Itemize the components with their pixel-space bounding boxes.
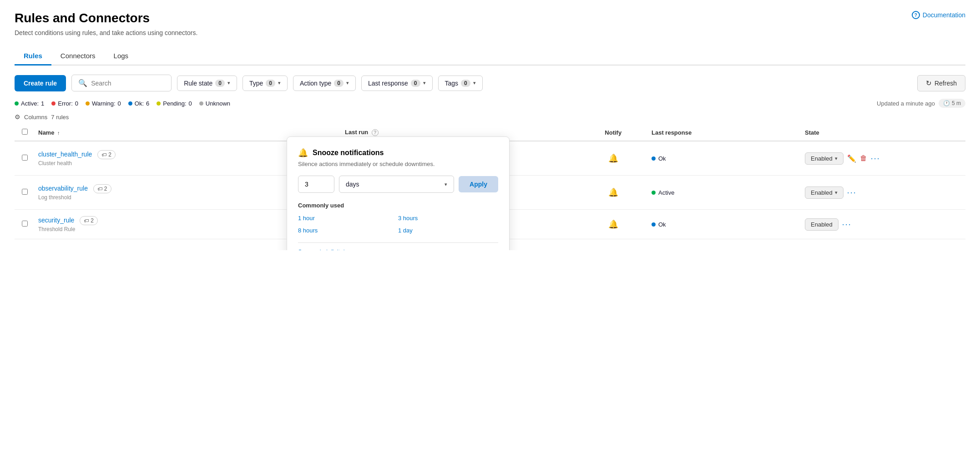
- tab-rules[interactable]: Rules: [15, 47, 51, 66]
- more-actions-icon[interactable]: ···: [847, 188, 857, 197]
- state-col-3: Enabled ···: [805, 218, 958, 231]
- last-response-col-1: Ok: [652, 155, 805, 162]
- status-pending: Pending: 0: [157, 100, 192, 107]
- refresh-button[interactable]: ↻ Refresh: [917, 75, 965, 91]
- filter-action-type[interactable]: Action type 0 ▾: [293, 76, 356, 91]
- refresh-icon: ↻: [926, 79, 932, 87]
- tag-icon: 🏷: [97, 186, 102, 192]
- notify-col-3: 🔔: [575, 219, 652, 229]
- dot-ok-icon: [652, 222, 656, 227]
- snooze-bell-icon: 🔔: [298, 148, 308, 158]
- search-input[interactable]: [91, 80, 164, 87]
- header-state: State: [805, 129, 958, 136]
- state-col-1: Enabled ▾ ✏️ 🗑 ···: [805, 152, 958, 165]
- select-all-checkbox[interactable]: [22, 129, 28, 135]
- chevron-down-icon: ▾: [227, 80, 230, 86]
- header-last-run: Last run ?: [345, 129, 575, 136]
- columns-info: ⚙ Columns 7 rules: [15, 113, 965, 121]
- snooze-link-3hours[interactable]: 3 hours: [398, 213, 498, 223]
- create-rule-button[interactable]: Create rule: [15, 75, 66, 91]
- dot-ok-icon: [652, 156, 656, 161]
- dot-warning-icon: [86, 101, 90, 106]
- snooze-header: 🔔 Snooze notifications: [298, 148, 498, 158]
- status-ok: Ok: 6: [128, 100, 149, 107]
- row-checkbox-2[interactable]: [22, 189, 28, 195]
- tag-badge-2[interactable]: 🏷 2: [93, 184, 111, 193]
- tab-connectors[interactable]: Connectors: [51, 47, 105, 66]
- status-warning: Warning: 0: [86, 100, 121, 107]
- bell-off-icon-2[interactable]: 🔔: [608, 220, 618, 229]
- edit-icon[interactable]: ✏️: [847, 154, 856, 163]
- notify-col-1: 🔔: [575, 153, 652, 163]
- bell-icon[interactable]: 🔔: [608, 154, 618, 163]
- help-icon[interactable]: ?: [372, 129, 379, 136]
- last-response-col-2: Active: [652, 189, 805, 196]
- status-active: Active: 1: [15, 100, 44, 107]
- filter-tags[interactable]: Tags 0 ▾: [438, 76, 483, 91]
- page-subtitle: Detect conditions using rules, and take …: [15, 29, 965, 36]
- chevron-down-icon: ▾: [423, 80, 426, 86]
- search-icon: 🔍: [78, 79, 87, 87]
- status-unknown: Unknown: [199, 100, 230, 107]
- page-title: Rules and Connectors: [15, 11, 150, 25]
- row-checkbox-1[interactable]: [22, 155, 28, 161]
- snooze-number-input[interactable]: [298, 176, 334, 193]
- notify-col-2: 🔔: [575, 187, 652, 197]
- delete-icon[interactable]: 🗑: [860, 154, 867, 162]
- filter-last-response[interactable]: Last response 0 ▾: [361, 76, 433, 91]
- documentation-icon: ?: [912, 11, 920, 19]
- tab-logs[interactable]: Logs: [105, 47, 138, 66]
- state-badge-1[interactable]: Enabled ▾: [805, 152, 844, 165]
- columns-icon: ⚙: [15, 113, 20, 121]
- dot-error-icon: [51, 101, 56, 106]
- sort-asc-icon: ↑: [57, 130, 60, 136]
- snooze-link-1day[interactable]: 1 day: [398, 226, 498, 235]
- state-badge-3[interactable]: Enabled: [805, 218, 839, 231]
- more-actions-icon[interactable]: ···: [871, 154, 880, 163]
- documentation-link[interactable]: ? Documentation: [912, 11, 965, 19]
- status-error: Error: 0: [51, 100, 78, 107]
- dot-active-icon: [652, 191, 656, 195]
- dot-pending-icon: [157, 101, 161, 106]
- chevron-down-icon: ▾: [835, 156, 838, 161]
- snooze-inputs: days ▾ Apply: [298, 176, 498, 193]
- clock-icon: 🕐: [943, 100, 950, 106]
- chevron-down-icon: ▾: [445, 182, 447, 187]
- snooze-divider: [298, 242, 498, 243]
- header-name: Name ↑: [38, 129, 345, 136]
- tag-badge-3[interactable]: 🏷 2: [80, 216, 98, 225]
- interval-badge: 🕐 5 m: [939, 99, 965, 108]
- bell-off-icon[interactable]: 🔔: [608, 188, 618, 197]
- snooze-indefinitely-link[interactable]: Snooze indefinitely: [298, 248, 498, 250]
- tag-badge-1[interactable]: 🏷 2: [97, 150, 116, 159]
- common-links: 1 hour 3 hours 8 hours 1 day: [298, 213, 498, 235]
- dot-ok-icon: [128, 101, 132, 106]
- filter-rule-state[interactable]: Rule state 0 ▾: [177, 76, 237, 91]
- updated-info: Updated a minute ago 🕐 5 m: [877, 99, 965, 108]
- header-notify: Notify: [575, 129, 652, 136]
- snooze-link-1hour[interactable]: 1 hour: [298, 213, 398, 223]
- header-last-response: Last response: [652, 129, 805, 136]
- snooze-unit-select[interactable]: days ▾: [339, 176, 454, 193]
- snooze-popup: 🔔 Snooze notifications Silence actions i…: [287, 136, 510, 250]
- tabs: Rules Connectors Logs: [15, 47, 965, 66]
- dot-unknown-icon: [199, 101, 203, 106]
- dot-active-icon: [15, 101, 19, 106]
- chevron-down-icon: ▾: [346, 80, 349, 86]
- chevron-down-icon: ▾: [835, 190, 838, 196]
- chevron-down-icon: ▾: [473, 80, 476, 86]
- more-actions-icon[interactable]: ···: [842, 220, 852, 229]
- filter-type[interactable]: Type 0 ▾: [242, 76, 288, 91]
- rule-name-link-1[interactable]: cluster_health_rule: [38, 151, 92, 158]
- status-bar: Active: 1 Error: 0 Warning: 0 Ok: 6 Pend…: [15, 99, 965, 108]
- tag-icon: 🏷: [84, 218, 89, 223]
- rule-name-link-3[interactable]: security_rule: [38, 217, 74, 224]
- tag-icon: 🏷: [101, 152, 106, 157]
- row-checkbox-3[interactable]: [22, 221, 28, 227]
- state-badge-2[interactable]: Enabled ▾: [805, 187, 844, 199]
- rule-name-link-2[interactable]: observability_rule: [38, 185, 88, 192]
- search-box[interactable]: 🔍: [71, 75, 172, 91]
- toolbar: Create rule 🔍 Rule state 0 ▾ Type 0 ▾ Ac…: [15, 75, 965, 91]
- apply-button[interactable]: Apply: [459, 176, 498, 192]
- snooze-link-8hours[interactable]: 8 hours: [298, 226, 398, 235]
